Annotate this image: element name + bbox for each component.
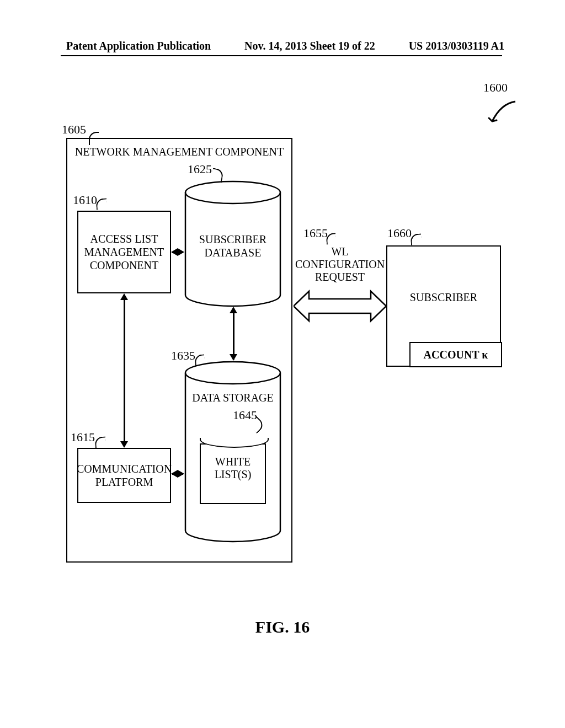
figure-caption: FIG. 16 xyxy=(0,618,565,636)
cylinder-subscriber-database: SUBSCRIBER DATABASE xyxy=(183,180,282,307)
ref-nmc: 1605 xyxy=(62,122,86,137)
label-nmc: NETWORK MANAGEMENT COMPONENT xyxy=(67,146,291,158)
leader-1635 xyxy=(194,354,205,366)
header-right: US 2013/0303119 A1 xyxy=(409,40,504,52)
figure-16: 1600 NETWORK MANAGEMENT COMPONENT 1605 A… xyxy=(66,121,502,596)
arrow-wl-config-request xyxy=(294,287,386,325)
leader-arrow-1600 xyxy=(484,99,518,132)
header-rule xyxy=(61,55,502,56)
leader-1615 xyxy=(94,436,106,448)
label-subscriber-db: SUBSCRIBER DATABASE xyxy=(183,233,282,259)
header-left: Patent Application Publication xyxy=(66,40,211,52)
label-wl-config-request-l2: REQUEST xyxy=(315,271,365,283)
label-white-list: WHITE LIST(S) xyxy=(215,456,252,480)
ref-data-storage: 1635 xyxy=(171,349,195,363)
arrow-db-storage xyxy=(233,308,234,360)
sheet-curl xyxy=(200,438,269,448)
page-header: Patent Application Publication Nov. 14, … xyxy=(0,40,565,52)
leader-1625 xyxy=(211,168,224,183)
ref-overall: 1600 xyxy=(483,81,508,95)
arrow-alm-db xyxy=(172,251,183,253)
ref-alm: 1610 xyxy=(73,193,97,207)
page: Patent Application Publication Nov. 14, … xyxy=(0,0,565,728)
label-alm: ACCESS LIST MANAGEMENT COMPONENT xyxy=(82,232,167,272)
box-subscriber: SUBSCRIBER ACCOUNT κ xyxy=(386,245,501,367)
arrow-alm-comm xyxy=(124,295,125,447)
leader-1605 xyxy=(89,132,99,145)
label-wl-config-request-l1: WL CONFIGURATION xyxy=(295,245,385,270)
label-data-storage: DATA STORAGE xyxy=(183,391,282,404)
label-wl-config-request: WL CONFIGURATION REQUEST xyxy=(292,245,387,283)
ref-subscriber-db: 1625 xyxy=(188,162,212,176)
ref-wl-request: 1655 xyxy=(303,226,328,240)
header-center: Nov. 14, 2013 Sheet 19 of 22 xyxy=(244,40,375,52)
cylinder-data-storage: DATA STORAGE WHITE LIST(S) xyxy=(183,361,282,543)
label-subscriber: SUBSCRIBER xyxy=(410,291,477,304)
ref-subscriber: 1660 xyxy=(387,226,412,240)
leader-1660 xyxy=(410,233,422,245)
label-account: ACCOUNT κ xyxy=(424,348,488,361)
ref-comm: 1615 xyxy=(71,430,95,445)
label-comm: COMMUNICATION PLATFORM xyxy=(77,462,172,489)
sheet-white-list: WHITE LIST(S) xyxy=(200,443,266,504)
box-access-list-mgmt: ACCESS LIST MANAGEMENT COMPONENT xyxy=(77,211,171,293)
svg-point-0 xyxy=(185,181,280,204)
box-account-kappa: ACCOUNT κ xyxy=(409,342,502,367)
box-communication-platform: COMMUNICATION PLATFORM xyxy=(77,448,171,503)
leader-1610 xyxy=(95,198,108,210)
arrow-comm-storage xyxy=(172,473,183,475)
box-network-management-component: NETWORK MANAGEMENT COMPONENT 1605 ACCESS… xyxy=(66,138,292,563)
